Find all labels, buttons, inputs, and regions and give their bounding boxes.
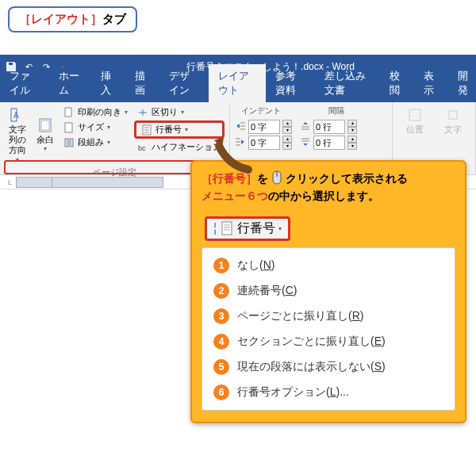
orientation-icon <box>63 107 75 118</box>
svg-text:bc: bc <box>138 144 146 152</box>
spacing-header: 間隔 <box>328 105 344 117</box>
text-direction-icon: A <box>10 107 25 123</box>
wrap-button: 文字 <box>436 105 470 136</box>
tab-developer[interactable]: 開発 <box>448 64 476 102</box>
columns-button[interactable]: 段組み ▾ <box>60 136 131 149</box>
svg-text:A: A <box>13 111 19 120</box>
tab-design[interactable]: デザイン <box>159 64 209 102</box>
indent-left-row: ▴▾ <box>235 120 292 134</box>
svg-rect-6 <box>65 123 72 132</box>
line-numbers-button[interactable]: 行番号 ▾ <box>138 123 191 136</box>
indent-right-input[interactable] <box>248 136 280 150</box>
hyphenation-button[interactable]: bc ハイフネーション <box>134 140 225 154</box>
svg-rect-5 <box>65 108 71 117</box>
orientation-button[interactable]: 印刷の向き ▾ <box>60 105 131 119</box>
svg-rect-25 <box>449 111 457 119</box>
spinner-down[interactable]: ▾ <box>347 143 357 150</box>
orientation-label: 印刷の向き <box>78 106 121 118</box>
wrap-icon <box>445 107 461 123</box>
size-button[interactable]: サイズ ▾ <box>60 120 131 134</box>
breaks-label: 区切り <box>152 106 178 118</box>
indent-left-icon <box>235 120 246 133</box>
breaks-icon <box>137 107 148 118</box>
callout-line1-a: を <box>257 172 268 185</box>
spacing-before-input[interactable] <box>313 120 345 134</box>
tab-review[interactable]: 校閲 <box>380 64 414 102</box>
tab-layout[interactable]: レイアウト <box>209 64 266 102</box>
spinner-down[interactable]: ▾ <box>282 143 292 150</box>
tab-mailings[interactable]: 差し込み文書 <box>315 64 379 102</box>
tab-insert[interactable]: 挿入 <box>91 64 125 102</box>
svg-rect-8 <box>70 139 73 147</box>
callout-text: ［行番号］を クリックして表示される メニュー６つの中から選択します。 <box>202 170 455 189</box>
spinner-up[interactable]: ▴ <box>347 120 357 127</box>
line-numbers-label: 行番号 <box>155 124 182 136</box>
chevron-down-icon: ▾ <box>44 145 47 153</box>
instruction-callout: ［行番号］を クリックして表示される メニュー６つの中から選択します。 ¦ 行番… <box>190 160 466 189</box>
margins-label: 余白 <box>36 135 54 145</box>
callout-line1-c: して表示される <box>330 172 408 185</box>
size-icon <box>63 122 75 133</box>
tab-file[interactable]: ファイル <box>0 64 49 102</box>
indent-right-icon <box>235 136 246 149</box>
spinner-down[interactable]: ▾ <box>282 127 292 134</box>
chevron-down-icon: ▾ <box>107 124 110 131</box>
spinner-down[interactable]: ▾ <box>347 127 357 134</box>
position-icon <box>407 107 423 123</box>
indent-left-input[interactable] <box>248 120 280 134</box>
margins-button[interactable]: 余白 ▾ <box>33 105 57 165</box>
spacing-after-row: ▴▾ <box>300 136 357 150</box>
text-direction-label: 文字列の 方向 <box>6 124 28 156</box>
columns-icon <box>63 137 75 148</box>
margins-icon <box>37 117 53 133</box>
hyphenation-icon: bc <box>137 142 148 153</box>
size-label: サイズ <box>78 121 104 133</box>
callout-line1-b: クリック <box>286 172 330 185</box>
top-callout-red: ［レイアウト］ <box>19 12 102 25</box>
svg-rect-27 <box>276 173 278 176</box>
tab-references[interactable]: 参考資料 <box>266 64 315 102</box>
spacing-before-row: ▴▾ <box>300 120 357 134</box>
svg-rect-7 <box>65 139 68 147</box>
chevron-down-icon: ▾ <box>181 109 184 116</box>
spacing-before-icon <box>300 120 311 133</box>
hyphenation-label: ハイフネーション <box>152 141 221 153</box>
columns-label: 段組み <box>78 136 104 148</box>
spinner-up[interactable]: ▴ <box>347 136 357 143</box>
callout-line1-red: ［行番号］ <box>202 172 257 185</box>
text-direction-button[interactable]: A 文字列の 方向 ▾ <box>5 105 29 165</box>
spacing-after-input[interactable] <box>313 136 345 150</box>
mouse-icon <box>271 170 282 185</box>
ribbon-tabs: ファイル ホーム 挿入 描画 デザイン レイアウト 参考資料 差し込み文書 校閲… <box>0 78 476 102</box>
spinner-up[interactable]: ▴ <box>282 136 292 143</box>
chevron-down-icon: ▾ <box>185 126 188 133</box>
spinner-up[interactable]: ▴ <box>282 120 292 127</box>
svg-rect-24 <box>409 109 420 120</box>
tab-home[interactable]: ホーム <box>49 64 91 102</box>
wrap-label: 文字 <box>444 124 462 135</box>
line-numbers-icon <box>141 124 152 136</box>
chevron-down-icon: ▾ <box>125 109 128 116</box>
indent-header: インデント <box>241 105 281 117</box>
breaks-button[interactable]: 区切り ▾ <box>134 105 225 119</box>
tab-view[interactable]: 表示 <box>414 64 448 102</box>
position-label: 位置 <box>406 124 424 135</box>
tab-draw[interactable]: 描画 <box>125 64 159 102</box>
spacing-after-icon <box>300 136 311 149</box>
indent-right-row: ▴▾ <box>235 136 292 150</box>
top-callout-black: タブ <box>102 12 126 25</box>
chevron-down-icon: ▾ <box>16 156 19 164</box>
top-callout: ［レイアウト］タブ <box>8 6 137 32</box>
line-numbers-highlight: 行番号 ▾ <box>134 120 225 139</box>
chevron-down-icon: ▾ <box>107 139 110 146</box>
position-button: 位置 <box>397 105 432 136</box>
